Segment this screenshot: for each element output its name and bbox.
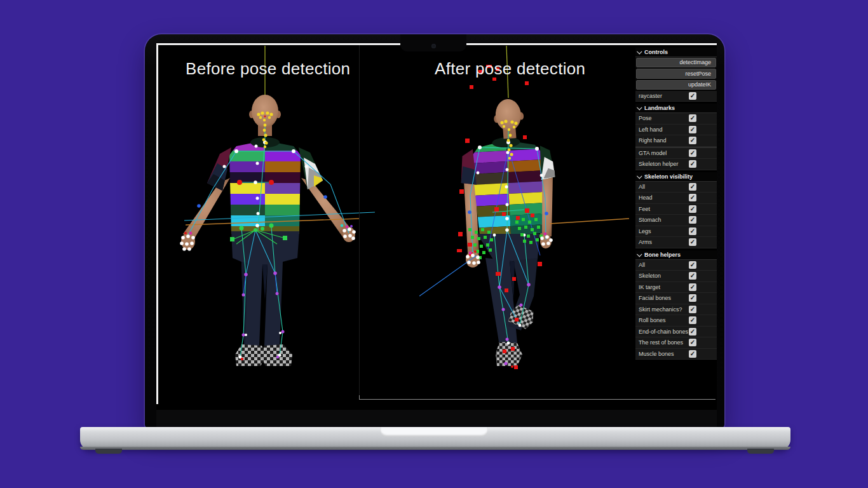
- gui-row-head: Head✓: [635, 193, 717, 204]
- pants: [231, 231, 299, 346]
- gui-folder-bone-helpers[interactable]: Bone helpers: [635, 250, 717, 260]
- skirt-mechanics-checkbox[interactable]: ✓: [689, 306, 696, 313]
- gui-row-skeleton-helper: Skeleton helper✓: [635, 159, 717, 170]
- page-background: Before pose detection After pose detecti…: [0, 0, 868, 488]
- muscle-bones-checkbox[interactable]: ✓: [689, 350, 696, 358]
- laptop-notch: [400, 34, 466, 51]
- laptop-lid-groove: [380, 427, 488, 437]
- left-hand-checkbox[interactable]: ✓: [689, 126, 696, 133]
- skeleton-helper-checkbox[interactable]: ✓: [689, 160, 696, 168]
- the-rest-of-bones-checkbox[interactable]: ✓: [689, 339, 696, 346]
- gui-label: All: [639, 262, 689, 268]
- gui-row-arms: Arms✓: [635, 237, 717, 248]
- detectimage-button[interactable]: detectImage: [636, 58, 716, 68]
- roll-bones-checkbox[interactable]: ✓: [689, 316, 696, 324]
- gui-row-updateik: updateIK: [635, 79, 717, 91]
- gui-row-raycaster: raycaster✓: [635, 91, 717, 102]
- gui-folder-controls[interactable]: Controls: [635, 48, 717, 57]
- gui-label: Muscle bones: [639, 351, 689, 357]
- gui-row-right-hand: Right hand✓: [635, 135, 717, 147]
- head: [492, 98, 525, 139]
- laptop-foot-right: [747, 449, 774, 454]
- end-of-chain-bones-checkbox[interactable]: ✓: [689, 328, 696, 336]
- right-pane-corner-tick: [359, 395, 360, 400]
- chevron-down-icon: [637, 252, 642, 257]
- stomach-checkbox[interactable]: ✓: [689, 216, 696, 224]
- right-hand-checkbox[interactable]: ✓: [689, 137, 696, 144]
- skeleton-checkbox[interactable]: ✓: [689, 272, 696, 280]
- gui-row-resetpose: resetPose: [635, 69, 717, 80]
- after-title: After pose detection: [435, 59, 585, 79]
- gui-label: Roll bones: [639, 317, 689, 323]
- gui-row-all: All✓: [635, 260, 717, 271]
- gui-row-all: All✓: [635, 182, 717, 193]
- gui-row-roll-bones: Roll bones✓: [635, 315, 717, 327]
- gui-label: IK target: [639, 284, 689, 290]
- gui-folder-title: Controls: [644, 49, 668, 55]
- resetpose-button[interactable]: resetPose: [636, 69, 716, 79]
- gui-label: Skeleton: [639, 273, 689, 279]
- gui-label: GTA model: [639, 150, 689, 156]
- gui-folder-title: Landmarks: [644, 105, 675, 111]
- gui-row-skirt-mechanics: Skirt mechanics?✓: [635, 304, 717, 316]
- shoes: [235, 344, 292, 366]
- viewport-before[interactable]: [159, 46, 375, 381]
- gui-folder-title: Bone helpers: [644, 252, 681, 258]
- all-checkbox[interactable]: ✓: [689, 261, 696, 269]
- gui-label: Legs: [639, 228, 689, 234]
- laptop-base: [80, 427, 790, 450]
- gui-label: Stomach: [639, 217, 689, 223]
- gui-folder-landmarks[interactable]: Landmarks: [635, 104, 717, 113]
- feet-checkbox[interactable]: ✓: [689, 205, 696, 213]
- updateik-button[interactable]: updateIK: [636, 80, 716, 90]
- gui-row-legs: Legs✓: [635, 226, 717, 238]
- gui-folder-title: Skeleton visibility: [644, 173, 693, 180]
- gui-folder-skeleton-visibility[interactable]: Skeleton visibility: [635, 172, 717, 182]
- gui-row-feet: Feet✓: [635, 204, 717, 215]
- gui-row-gta-model: GTA model✓: [635, 148, 717, 159]
- arms-checkbox[interactable]: ✓: [689, 238, 696, 246]
- gui-row-facial-bones: Facial bones✓: [635, 293, 717, 304]
- before-title: Before pose detection: [186, 59, 350, 79]
- gui-row-detectimage: detectImage: [635, 57, 717, 69]
- after-model-figure: [419, 46, 629, 381]
- gui-row-pose: Pose✓: [635, 113, 717, 125]
- left-pane-border: [156, 44, 158, 404]
- before-model-figure: [159, 46, 375, 381]
- gui-row-the-rest-of-bones: The rest of bones✓: [635, 337, 717, 349]
- facial-bones-checkbox[interactable]: ✓: [689, 294, 696, 302]
- gta-model-checkbox[interactable]: ✓: [689, 149, 696, 157]
- camera-icon: [431, 44, 436, 48]
- chevron-down-icon: [637, 105, 642, 110]
- gui-label: Feet: [639, 206, 689, 212]
- gui-row-muscle-bones: Muscle bones✓: [635, 349, 717, 360]
- gui-label: Pose: [639, 115, 689, 121]
- gui-label: Skeleton helper: [639, 161, 689, 167]
- gui-label: Left hand: [639, 126, 689, 133]
- gui-label: Facial bones: [639, 295, 689, 301]
- laptop-screen-chin: [156, 410, 717, 427]
- gui-row-end-of-chain-bones: End-of-chain bones✓: [635, 327, 717, 338]
- laptop-foot-left: [95, 449, 122, 454]
- pane-divider: [359, 45, 360, 399]
- all-checkbox[interactable]: ✓: [689, 183, 696, 191]
- ik-target-checkbox[interactable]: ✓: [689, 283, 696, 291]
- gui-label: All: [639, 184, 689, 190]
- gui-label: Skirt mechanics?: [639, 306, 689, 313]
- gui-label: raycaster: [639, 93, 689, 99]
- controls-panel: ControlsdetectImageresetPoseupdateIKrayc…: [635, 48, 717, 362]
- chevron-down-icon: [637, 49, 642, 54]
- gui-row-ik-target: IK target✓: [635, 282, 717, 294]
- viewport-after[interactable]: [419, 46, 629, 381]
- gui-label: The rest of bones: [639, 339, 689, 346]
- right-pane-bottom-border: [359, 399, 715, 400]
- head-checkbox[interactable]: ✓: [689, 194, 696, 201]
- pose-checkbox[interactable]: ✓: [689, 114, 696, 122]
- raycaster-checkbox[interactable]: ✓: [689, 92, 696, 100]
- legs-checkbox[interactable]: ✓: [689, 227, 696, 235]
- laptop-base-lip: [80, 447, 790, 450]
- gui-label: End-of-chain bones: [639, 329, 689, 335]
- gui-row-stomach: Stomach✓: [635, 215, 717, 226]
- gui-row-left-hand: Left hand✓: [635, 125, 717, 136]
- chevron-down-icon: [637, 173, 642, 179]
